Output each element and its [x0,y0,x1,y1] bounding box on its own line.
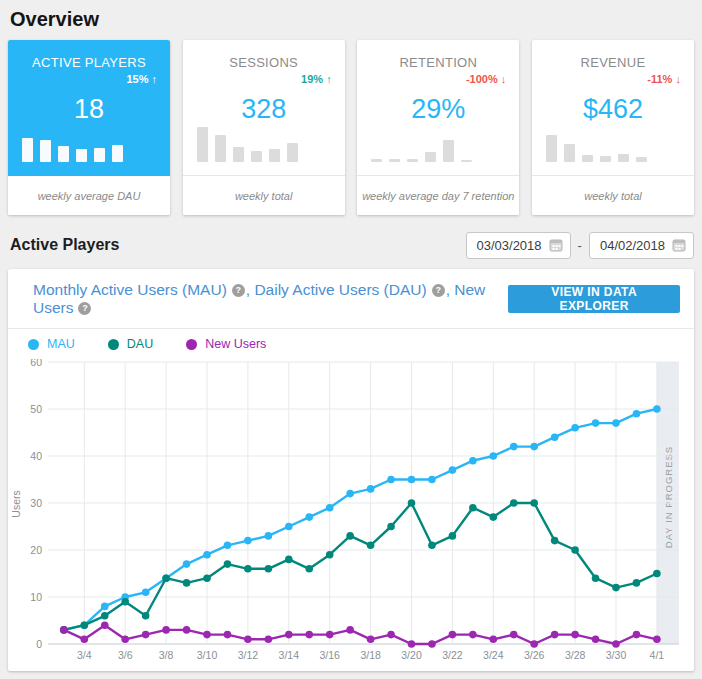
kpi-delta: 15% ↑ [126,73,157,85]
sparkline-chart [546,126,647,162]
svg-text:3/10: 3/10 [197,649,218,661]
page-title: Overview [10,8,694,31]
date-to-input[interactable]: 04/02/2018 [589,232,694,259]
legend-item-dau[interactable]: DAU [108,337,153,351]
svg-text:3/12: 3/12 [238,649,259,661]
date-range-picker: 03/03/2018 - 04/02/2018 [466,232,695,259]
legend-dot-dau [108,339,119,350]
kpi-caption: weekly total [532,176,694,215]
title-separator: , [246,281,250,298]
svg-text:30: 30 [30,497,42,509]
chart-legend: MAU DAU New Users [8,329,694,359]
svg-text:Users: Users [10,490,22,517]
date-from-value: 03/03/2018 [477,238,542,253]
svg-text:3/18: 3/18 [360,649,381,661]
view-in-data-explorer-button[interactable]: VIEW IN DATA EXPLORER [508,285,680,313]
panel-header: Monthly Active Users (MAU)?, Daily Activ… [8,269,694,329]
svg-text:3/14: 3/14 [279,649,300,661]
kpi-card-sessions[interactable]: SESSIONS 19% ↑ 328 weekly total [183,40,345,215]
legend-label: DAU [127,337,153,351]
kpi-card-revenue[interactable]: REVENUE -11% ↓ $462 weekly total [532,40,694,215]
svg-text:3/26: 3/26 [524,649,545,661]
svg-text:0: 0 [36,638,42,650]
legend-dot-new-users [186,339,197,350]
kpi-card-top: RETENTION -100% ↓ 29% [357,40,519,176]
kpi-label: SESSIONS [183,55,345,70]
line-chart-svg[interactable]: DAY IN PROGRESS01020304050603/43/63/83/1… [8,359,694,671]
legend-label: New Users [205,337,266,351]
kpi-caption: weekly total [183,176,345,215]
kpi-card-top: REVENUE -11% ↓ $462 [532,40,694,176]
kpi-label: RETENTION [357,55,519,70]
kpi-card-top: SESSIONS 19% ↑ 328 [183,40,345,176]
legend-item-mau[interactable]: MAU [28,337,75,351]
kpi-value: 18 [8,94,170,125]
line-chart[interactable]: DAY IN PROGRESS01020304050603/43/63/83/1… [8,359,694,671]
kpi-value: 328 [183,94,345,125]
calendar-icon[interactable] [672,238,686,252]
legend-item-new-users[interactable]: New Users [186,337,266,351]
sparkline-chart [197,126,298,162]
svg-text:3/30: 3/30 [606,649,627,661]
legend-dot-mau [28,339,39,350]
kpi-card-top: ACTIVE PLAYERS 15% ↑ 18 [8,40,170,176]
kpi-caption: weekly average day 7 retention [357,176,519,215]
kpi-card-retention[interactable]: RETENTION -100% ↓ 29% weekly average day… [357,40,519,215]
metric-link-mau[interactable]: Monthly Active Users (MAU) [33,281,227,298]
legend-label: MAU [47,337,75,351]
svg-text:4/1: 4/1 [650,649,665,661]
sparkline-chart [371,126,472,162]
panel-title: Monthly Active Users (MAU)?, Daily Activ… [33,281,508,317]
kpi-value: $462 [532,94,694,125]
kpi-cards-row: ACTIVE PLAYERS 15% ↑ 18 weekly average D… [8,40,694,215]
svg-text:60: 60 [30,359,42,368]
section-title: Active Players [10,236,119,254]
svg-text:20: 20 [30,544,42,556]
active-players-panel: Monthly Active Users (MAU)?, Daily Activ… [8,269,694,671]
svg-text:3/6: 3/6 [118,649,133,661]
kpi-label: REVENUE [532,55,694,70]
svg-text:3/16: 3/16 [319,649,340,661]
calendar-icon[interactable] [549,238,563,252]
kpi-delta: 19% ↑ [301,73,332,85]
kpi-label: ACTIVE PLAYERS [8,55,170,70]
section-header: Active Players 03/03/2018 - 04/02/2018 [8,231,694,259]
date-range-separator: - [578,238,582,253]
title-separator: , [446,281,450,298]
kpi-delta: -100% ↓ [466,73,506,85]
sparkline-chart [22,126,123,162]
kpi-delta: -11% ↓ [647,73,681,85]
help-icon[interactable]: ? [78,302,91,315]
page: Overview ACTIVE PLAYERS 15% ↑ 18 weekly … [0,0,702,671]
svg-text:40: 40 [30,450,42,462]
svg-text:10: 10 [30,591,42,603]
help-icon[interactable]: ? [232,284,245,297]
kpi-value: 29% [357,94,519,125]
svg-text:3/8: 3/8 [159,649,174,661]
svg-text:DAY IN PROGRESS: DAY IN PROGRESS [663,446,674,548]
svg-text:3/22: 3/22 [442,649,463,661]
kpi-caption: weekly average DAU [8,176,170,215]
svg-text:3/4: 3/4 [77,649,92,661]
date-from-input[interactable]: 03/03/2018 [466,232,571,259]
date-to-value: 04/02/2018 [600,238,665,253]
svg-text:50: 50 [30,403,42,415]
svg-text:3/20: 3/20 [401,649,422,661]
svg-text:3/28: 3/28 [565,649,586,661]
metric-link-dau[interactable]: Daily Active Users (DAU) [254,281,426,298]
svg-text:3/24: 3/24 [483,649,504,661]
kpi-card-active-players[interactable]: ACTIVE PLAYERS 15% ↑ 18 weekly average D… [8,40,170,215]
help-icon[interactable]: ? [432,284,445,297]
